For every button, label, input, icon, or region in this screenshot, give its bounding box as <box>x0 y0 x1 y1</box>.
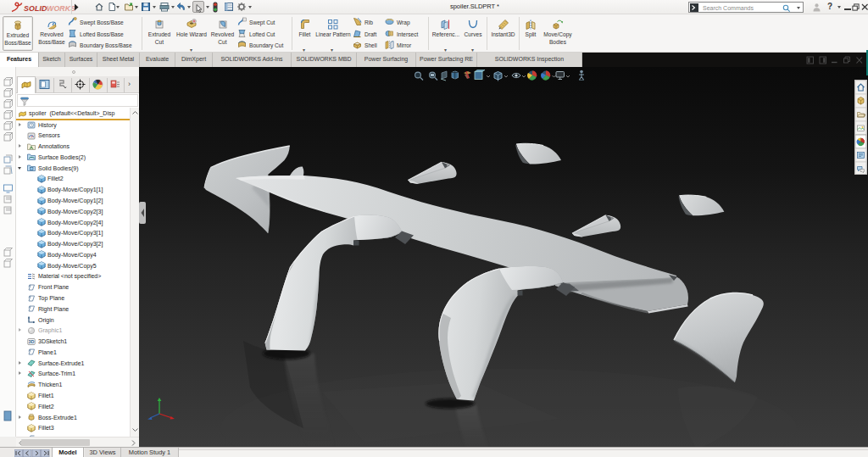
svg-text:3D: 3D <box>29 339 35 344</box>
svg-text:SOLID: SOLID <box>24 4 47 13</box>
